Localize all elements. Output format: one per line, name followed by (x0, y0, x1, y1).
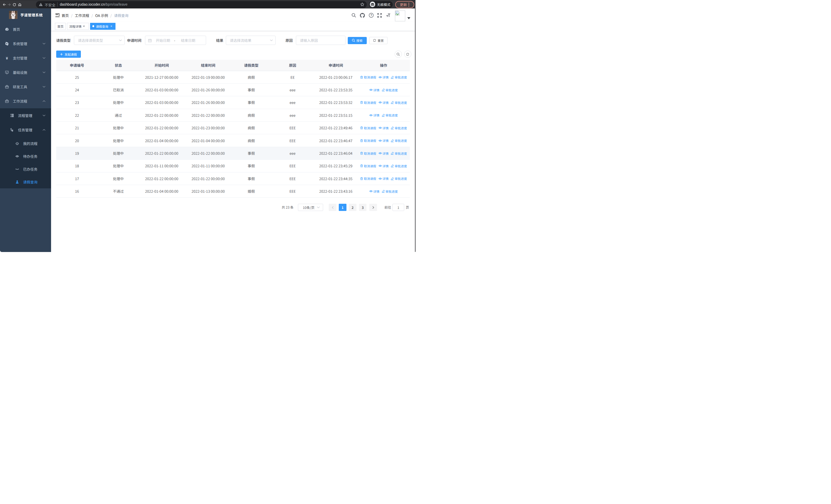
svg-text:?: ? (370, 13, 372, 17)
